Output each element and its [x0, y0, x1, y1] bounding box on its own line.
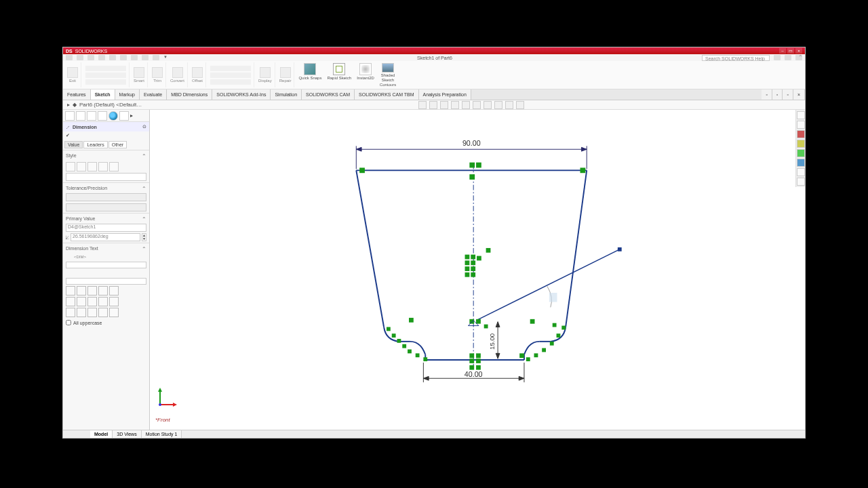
- maximize-button[interactable]: ▭: [787, 48, 794, 54]
- justify-1[interactable]: [66, 286, 75, 296]
- ribbon-convert[interactable]: Convert: [167, 62, 188, 87]
- justify-12[interactable]: [77, 308, 86, 317]
- taskpane-forum-icon[interactable]: [797, 178, 805, 186]
- section-view-icon[interactable]: [451, 101, 459, 109]
- taskpane-appearances-icon[interactable]: [797, 159, 805, 167]
- save-icon[interactable]: [87, 55, 94, 60]
- doc-tab-label[interactable]: Part6 (Default) <Default…: [79, 102, 142, 108]
- options-icon[interactable]: [153, 55, 159, 60]
- ribbon-exit-sketch[interactable]: Exit: [64, 62, 81, 87]
- dim-height[interactable]: 15.00: [488, 333, 496, 350]
- taskpane-view-palette-icon[interactable]: [797, 149, 805, 157]
- pm-ok-button[interactable]: ✔: [66, 133, 70, 138]
- ribbon-repair[interactable]: Repair: [277, 62, 295, 87]
- pm-tab-value[interactable]: Value: [64, 141, 83, 148]
- sketch-canvas[interactable]: 90.00: [150, 110, 805, 430]
- spinner-icon[interactable]: ▲▼: [142, 233, 146, 241]
- pm-pushpin-icon[interactable]: ⊙: [142, 124, 146, 129]
- dimtext-input-1[interactable]: [66, 262, 146, 268]
- justify-2[interactable]: [77, 286, 86, 296]
- ribbon-dimension[interactable]: Smart: [131, 62, 148, 87]
- ribbon-mirror-ent[interactable]: [210, 66, 251, 71]
- dim-top[interactable]: 90.00: [462, 139, 481, 147]
- feature-tree-icon[interactable]: [65, 111, 75, 121]
- justify-13[interactable]: [87, 308, 97, 317]
- zoom-fit-icon[interactable]: [418, 101, 427, 109]
- view-orient-icon[interactable]: [462, 101, 470, 109]
- status-tab-3dviews[interactable]: 3D Views: [113, 430, 141, 438]
- select-icon[interactable]: [131, 55, 138, 60]
- tab-cam[interactable]: SOLIDWORKS CAM: [302, 89, 355, 100]
- quick-snaps-button[interactable]: Quick Snaps: [296, 62, 324, 87]
- cam-tree-icon[interactable]: [119, 111, 129, 121]
- style-btn-1[interactable]: [66, 162, 75, 171]
- justify-14[interactable]: [98, 308, 108, 317]
- tab-mbd[interactable]: MBD Dimensions: [167, 89, 212, 100]
- tab-addins[interactable]: SOLIDWORKS Add-Ins: [212, 89, 271, 100]
- viewport-quad-icon[interactable]: ▫: [783, 89, 793, 100]
- appearance-icon[interactable]: [494, 101, 502, 109]
- justify-15[interactable]: [109, 308, 119, 317]
- display-style-icon[interactable]: [473, 101, 481, 109]
- ribbon-arc[interactable]: [85, 73, 126, 78]
- tab-features[interactable]: Features: [63, 89, 91, 100]
- pm-tab-other[interactable]: Other: [108, 141, 127, 148]
- ribbon-pattern[interactable]: [210, 73, 251, 78]
- ribbon-collapse-icon[interactable]: ⌃: [797, 54, 804, 61]
- ribbon-offset[interactable]: Offset: [189, 62, 206, 87]
- tol-collapse-icon[interactable]: ⌃: [142, 186, 146, 192]
- style-btn-3[interactable]: [87, 162, 97, 171]
- dim-bottom[interactable]: 40.00: [465, 370, 483, 378]
- rebuild-icon[interactable]: [142, 55, 149, 60]
- tab-analysis[interactable]: Analysis Preparation: [419, 89, 471, 100]
- ribbon-trim[interactable]: Trim: [149, 62, 166, 87]
- search-input[interactable]: Search SOLIDWORKS Help: [702, 55, 770, 61]
- dimtext-input-2[interactable]: [66, 278, 146, 285]
- help-icon[interactable]: [785, 55, 791, 60]
- instant2d-button[interactable]: Instant2D: [354, 62, 377, 87]
- status-tab-motion[interactable]: Motion Study 1: [142, 430, 182, 438]
- style-btn-5[interactable]: [109, 162, 119, 171]
- taskpane-home-icon[interactable]: [797, 111, 805, 119]
- dimtext-below-icon[interactable]: [66, 270, 73, 277]
- ribbon-rect[interactable]: [85, 79, 126, 85]
- display-mgr-icon[interactable]: [108, 111, 118, 121]
- print-icon[interactable]: [98, 55, 105, 60]
- pm-tab-leaders[interactable]: Leaders: [83, 141, 107, 148]
- tree-dropdown-icon[interactable]: ▸: [130, 113, 133, 119]
- config-mgr-icon[interactable]: [87, 111, 96, 121]
- tol-precision-input[interactable]: [66, 203, 146, 211]
- ribbon-move[interactable]: [210, 79, 251, 85]
- property-mgr-icon[interactable]: [76, 111, 85, 121]
- justify-11[interactable]: [66, 308, 75, 317]
- style-btn-2[interactable]: [77, 162, 86, 171]
- ribbon-relations[interactable]: Display: [256, 62, 275, 87]
- style-btn-4[interactable]: [98, 162, 108, 171]
- open-icon[interactable]: [77, 55, 83, 60]
- justify-5[interactable]: [109, 286, 119, 296]
- hide-show-icon[interactable]: [484, 101, 492, 109]
- primary-collapse-icon[interactable]: ⌃: [142, 216, 146, 222]
- dimtext-prefix-icon[interactable]: [66, 253, 73, 260]
- ribbon-line[interactable]: [85, 66, 126, 71]
- angle-dim-cursor[interactable]: [549, 293, 557, 302]
- justify-6[interactable]: [66, 297, 75, 306]
- primary-name-input[interactable]: D4@Sketch1: [66, 224, 146, 232]
- style-collapse-icon[interactable]: ⌃: [142, 153, 146, 159]
- all-uppercase-checkbox[interactable]: [66, 320, 71, 325]
- rapid-sketch-button[interactable]: Rapid Sketch: [324, 62, 354, 87]
- tab-markup[interactable]: Markup: [115, 89, 140, 100]
- shaded-sketch-button[interactable]: ShadedSketchContours: [377, 62, 399, 87]
- doc-expand-icon[interactable]: ▸: [67, 102, 70, 108]
- taskpane-design-lib-icon[interactable]: [797, 130, 805, 138]
- redo-icon[interactable]: [120, 55, 127, 60]
- view-triad[interactable]: [157, 388, 177, 409]
- prev-view-icon[interactable]: [440, 101, 448, 109]
- justify-10[interactable]: [109, 297, 119, 306]
- undo-icon[interactable]: [109, 55, 116, 60]
- dimtext-collapse-icon[interactable]: ⌃: [142, 246, 146, 252]
- viewport-single-icon[interactable]: ▫: [762, 89, 772, 100]
- viewport-dual-icon[interactable]: ▫: [772, 89, 783, 100]
- status-tab-model[interactable]: Model: [90, 430, 113, 438]
- graphics-area[interactable]: 90.00: [150, 110, 805, 430]
